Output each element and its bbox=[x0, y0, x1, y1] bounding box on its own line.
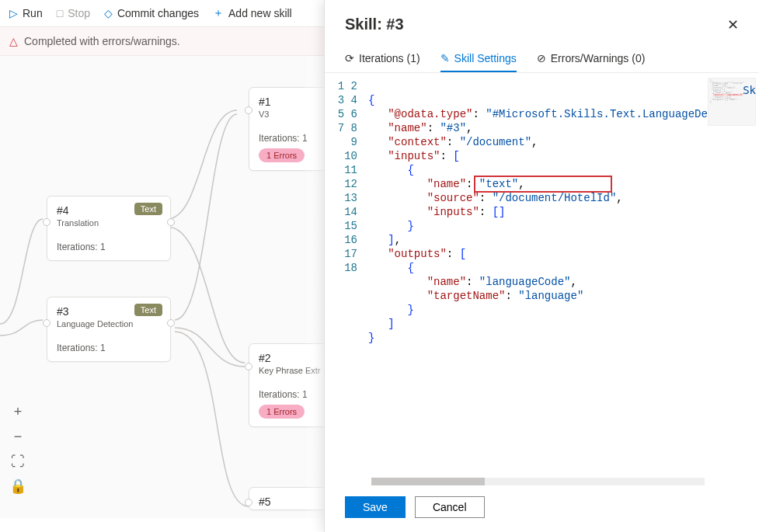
panel-footer: Save Cancel bbox=[325, 487, 759, 532]
node-4[interactable]: Text #4 Translation Iterations: 1 bbox=[47, 196, 171, 261]
status-message: Completed with errors/warnings. bbox=[24, 35, 180, 47]
panel-tabs: ⟳ Iterations (1) ✎ Skill Settings ⊘ Erro… bbox=[325, 43, 759, 73]
run-label: Run bbox=[23, 7, 43, 19]
editor-horizontal-scrollbar[interactable] bbox=[371, 478, 705, 485]
node-3-iterations: Iterations: 1 bbox=[57, 342, 161, 353]
close-icon[interactable]: ✕ bbox=[727, 16, 739, 33]
node-1-port-in[interactable] bbox=[245, 106, 252, 114]
stop-label: Stop bbox=[68, 7, 90, 19]
node-2-port-in[interactable] bbox=[245, 363, 252, 370]
skill-panel: Skill: #3 ✕ ⟳ Iterations (1) ✎ Skill Set… bbox=[324, 0, 759, 532]
node-5-port-in[interactable] bbox=[245, 499, 252, 506]
play-icon: ▷ bbox=[9, 7, 18, 19]
stop-button[interactable]: □ Stop bbox=[57, 7, 90, 19]
plus-icon: + bbox=[14, 404, 23, 420]
zoom-in-button[interactable]: + bbox=[9, 403, 26, 420]
commit-icon: ◇ bbox=[104, 7, 113, 19]
warning-icon: △ bbox=[9, 35, 18, 47]
scrollbar-thumb[interactable] bbox=[371, 478, 485, 485]
lock-button[interactable]: 🔒 bbox=[9, 478, 26, 495]
editor-gutter: 1 2 3 4 5 6 7 8 9 10 11 12 13 14 15 16 1… bbox=[334, 79, 357, 275]
zoom-controls: + − ⛶ 🔒 bbox=[9, 403, 26, 495]
add-skill-label: Add new skill bbox=[228, 7, 292, 19]
editor-code[interactable]: { "@odata.type": "#Microsoft.Skills.Text… bbox=[368, 79, 708, 359]
panel-title: Skill: #3 bbox=[345, 16, 404, 33]
node-4-type-badge: Text bbox=[134, 203, 162, 215]
tab-errors-label: Errors/Warnings (0) bbox=[551, 52, 646, 64]
node-3-subtitle: Language Detection bbox=[57, 319, 161, 329]
tab-settings-label: Skill Settings bbox=[454, 52, 517, 64]
json-editor[interactable]: 1 2 3 4 5 6 7 8 9 10 11 12 13 14 15 16 1… bbox=[325, 73, 759, 487]
node-4-iterations: Iterations: 1 bbox=[57, 242, 161, 252]
run-button[interactable]: ▷ Run bbox=[9, 7, 43, 19]
node-4-port-out[interactable] bbox=[167, 218, 175, 226]
node-4-subtitle: Translation bbox=[57, 218, 161, 228]
tab-iterations-label: Iterations (1) bbox=[359, 52, 420, 64]
add-skill-button[interactable]: ＋ Add new skill bbox=[213, 6, 292, 20]
commit-button[interactable]: ◇ Commit changes bbox=[104, 7, 199, 19]
code-overflow-fragment: Sk bbox=[743, 84, 756, 96]
save-button[interactable]: Save bbox=[345, 496, 406, 518]
plus-icon: ＋ bbox=[213, 6, 224, 20]
minus-icon: − bbox=[14, 429, 23, 445]
commit-label: Commit changes bbox=[117, 7, 199, 19]
node-3-port-out[interactable] bbox=[167, 319, 175, 327]
panel-header: Skill: #3 ✕ bbox=[325, 0, 759, 43]
fit-screen-button[interactable]: ⛶ bbox=[9, 453, 26, 470]
cancel-button[interactable]: Cancel bbox=[415, 496, 485, 518]
warning-circle-icon: ⊘ bbox=[537, 52, 546, 64]
edit-icon: ✎ bbox=[440, 52, 450, 64]
iterations-icon: ⟳ bbox=[345, 52, 354, 64]
node-3-port-in[interactable] bbox=[43, 319, 50, 327]
node-3-type-badge: Text bbox=[134, 304, 162, 316]
stop-icon: □ bbox=[57, 7, 63, 19]
node-1-errors-badge[interactable]: 1 Errors bbox=[259, 148, 305, 162]
node-3[interactable]: Text #3 Language Detection Iterations: 1 bbox=[47, 297, 171, 362]
tab-iterations[interactable]: ⟳ Iterations (1) bbox=[345, 46, 420, 72]
tab-skill-settings[interactable]: ✎ Skill Settings bbox=[440, 46, 517, 72]
lock-icon: 🔒 bbox=[9, 478, 26, 495]
expand-icon: ⛶ bbox=[11, 454, 25, 470]
node-4-port-in[interactable] bbox=[43, 218, 50, 226]
node-2-errors-badge[interactable]: 1 Errors bbox=[259, 405, 305, 419]
tab-errors-warnings[interactable]: ⊘ Errors/Warnings (0) bbox=[537, 46, 646, 72]
zoom-out-button[interactable]: − bbox=[9, 428, 26, 445]
